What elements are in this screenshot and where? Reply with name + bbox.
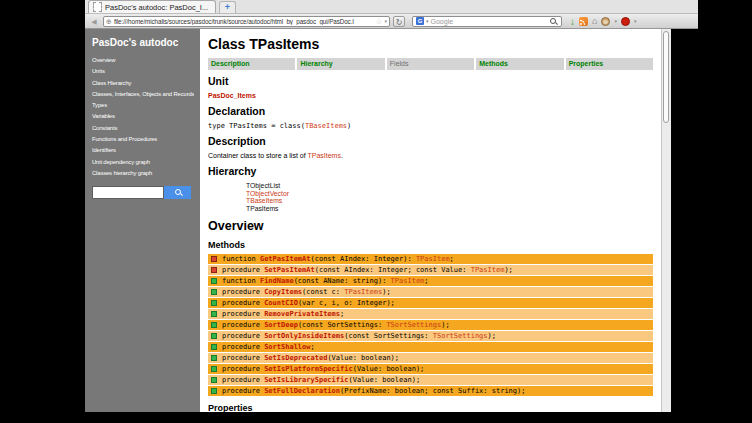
code-link[interactable]: CountCIO (264, 299, 298, 307)
code-link[interactable]: SetIsPlatformSpecific (264, 365, 353, 373)
class-nav-label: Hierarchy (300, 60, 332, 67)
code-link[interactable]: TPasItem (391, 277, 425, 285)
code-link[interactable]: TBaseItems (305, 122, 347, 130)
url-text[interactable]: file:///home/michalis/sources/pasdoc/tru… (114, 18, 374, 25)
back-button[interactable]: ◀ (88, 16, 100, 27)
hierarchy-item[interactable]: TObjectVector (246, 190, 653, 197)
scrollbar-thumb[interactable] (663, 31, 669, 123)
site-globe-icon: ⊕ (106, 17, 112, 26)
hierarchy-list: TObjectListTObjectVectorTBaseItemsTPasIt… (246, 182, 653, 212)
toolbar-extension-icons: ↓ ⌂ ▾ ▾ (570, 16, 636, 27)
sidebar-item[interactable]: Types (92, 102, 194, 109)
class-nav-label: Methods (479, 60, 508, 67)
code-link[interactable]: SortDeep (264, 321, 298, 329)
declaration-heading: Declaration (208, 106, 653, 117)
code-link[interactable]: TSortSettings (386, 321, 441, 329)
greasemonkey-icon[interactable] (601, 17, 610, 26)
method-row: function FindName(const AName: string): … (208, 276, 653, 286)
visibility-icon (211, 256, 217, 262)
bookmark-star-icon[interactable]: ☆ (376, 17, 383, 26)
method-row: procedure CopyItems(const c: TPasItems); (208, 287, 653, 297)
code-link[interactable]: GetPasItemAt (260, 255, 311, 263)
description-text: Container class to store a list of TPasI… (208, 152, 653, 160)
code-link[interactable]: SetFullDeclaration (264, 387, 340, 395)
visibility-icon (211, 311, 217, 317)
sidebar: PasDoc's autodoc OverviewUnitsClass Hier… (85, 29, 200, 412)
greasemonkey-dropdown-icon[interactable]: ▾ (614, 17, 617, 26)
sidebar-item[interactable]: Unit dependency graph (92, 159, 194, 166)
home-icon[interactable]: ⌂ (592, 16, 597, 26)
code-link[interactable]: TPasItems (307, 152, 340, 159)
overview-heading: Overview (208, 220, 653, 233)
class-nav-cell[interactable]: Hierarchy (297, 58, 384, 70)
method-row: procedure SortShallow; (208, 342, 653, 352)
code-text: (PrefixName: boolean; const Suffix: stri… (340, 387, 525, 395)
page-title: Class TPasItems (208, 37, 653, 52)
sidebar-item[interactable]: Class Hierarchy (92, 80, 194, 87)
letterbox-right (671, 29, 698, 412)
sidebar-item[interactable]: Identifiers (92, 147, 194, 154)
code-link[interactable]: RemovePrivateItems (264, 310, 340, 318)
code-link[interactable]: SetIsDeprecated (264, 354, 327, 362)
hierarchy-item: TObjectList (246, 182, 653, 189)
sidebar-item[interactable]: Classes, Interfaces, Objects and Records (92, 91, 194, 98)
hierarchy-item[interactable]: TBaseItems (246, 197, 653, 204)
unit-heading: Unit (208, 76, 653, 87)
class-nav-cell[interactable]: Properties (566, 58, 653, 70)
search-engine-dropdown-icon[interactable]: ▾ (426, 17, 429, 26)
sidebar-item[interactable]: Overview (92, 57, 194, 64)
sidebar-item[interactable]: Constants (92, 125, 194, 132)
new-tab-button[interactable]: + (219, 1, 236, 13)
code-link[interactable]: TPasItem (471, 266, 505, 274)
content-scrollbar[interactable] (661, 29, 671, 412)
code-text: procedure (222, 354, 264, 362)
visibility-icon (211, 355, 217, 361)
search-engine-icon[interactable]: G (416, 17, 424, 25)
method-signature: procedure SortDeep(const SortSettings: T… (222, 321, 450, 329)
visibility-icon (211, 289, 217, 295)
reload-button[interactable]: ↻ (393, 16, 405, 27)
document-icon (93, 2, 102, 12)
code-link[interactable]: SortOnlyInsideItems (264, 332, 344, 340)
search-placeholder[interactable]: Google (431, 18, 548, 25)
code-link[interactable]: TPasItem (416, 255, 450, 263)
code-link[interactable]: SortShallow (264, 343, 310, 351)
class-nav-cell[interactable]: Description (208, 58, 295, 70)
code-link[interactable]: SetPasItemAt (264, 266, 315, 274)
sidebar-item[interactable]: Classes hierarchy graph (92, 170, 194, 177)
sidebar-nav: OverviewUnitsClass HierarchyClasses, Int… (92, 57, 194, 177)
class-nav-cell[interactable]: Methods (476, 58, 563, 70)
code-link[interactable]: TSortSettings (433, 332, 488, 340)
download-icon[interactable]: ↓ (570, 16, 575, 27)
visibility-icon (211, 366, 217, 372)
code-text: procedure (222, 288, 264, 296)
search-icon[interactable] (550, 18, 556, 24)
code-text: ; (450, 255, 454, 263)
code-link[interactable]: FindName (260, 277, 294, 285)
sidebar-search-input[interactable] (92, 186, 164, 199)
rss-icon[interactable] (579, 17, 588, 26)
browser-tab[interactable]: PasDoc's autodoc: PasDoc_I... (88, 0, 216, 13)
method-row: procedure SortOnlyInsideItems(const Sort… (208, 331, 653, 341)
adblock-icon[interactable] (621, 17, 630, 26)
code-link[interactable]: CopyItems (264, 288, 302, 296)
adblock-dropdown-icon[interactable]: ▾ (634, 17, 637, 26)
methods-list: function GetPasItemAt(const AIndex: Inte… (208, 254, 653, 396)
method-row: procedure SetFullDeclaration(PrefixName:… (208, 386, 653, 396)
code-link[interactable]: SetIsLibrarySpecific (264, 376, 348, 384)
class-nav-table: Description Hierarchy Fields Methods Pro… (208, 58, 653, 70)
method-row: procedure CountCIO(var c, i, o: Integer)… (208, 298, 653, 308)
code-link[interactable]: TPasItems (344, 288, 382, 296)
code-text: procedure (222, 376, 264, 384)
url-bar[interactable]: ⊕ file:///home/michalis/sources/pasdoc/t… (103, 16, 390, 27)
search-bar[interactable]: G ▾ Google (412, 16, 562, 27)
code-text: ); (382, 288, 390, 296)
unit-link[interactable]: PasDoc_Items (208, 92, 256, 99)
sidebar-item[interactable]: Variables (92, 113, 194, 120)
url-dropdown-icon[interactable]: ▾ (384, 17, 387, 26)
sidebar-title: PasDoc's autodoc (92, 37, 194, 48)
sidebar-search-button[interactable] (164, 186, 191, 199)
sidebar-item[interactable]: Units (92, 68, 194, 75)
code-text: . (341, 152, 343, 159)
sidebar-item[interactable]: Functions and Procedures (92, 136, 194, 143)
